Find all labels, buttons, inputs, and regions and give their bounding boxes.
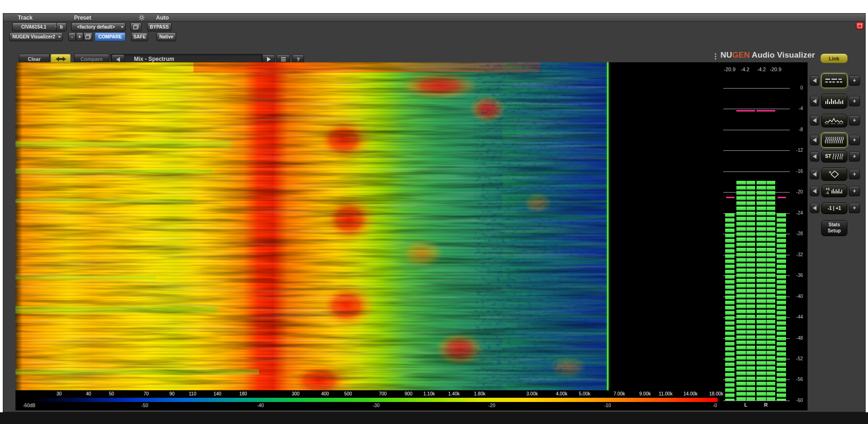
meter-readout: -4.2 — [741, 67, 749, 72]
freq-tick: 70 — [143, 391, 148, 396]
view-button-correlation-history[interactable]: +1-1 — [821, 185, 847, 197]
view-button-spectrogram[interactable] — [821, 133, 847, 148]
peak-hold-L-main — [736, 110, 755, 112]
safe-label: SAFE — [134, 34, 146, 39]
meter-scale-line — [723, 130, 790, 130]
collapse-button[interactable] — [810, 135, 819, 145]
minus-label: - — [71, 34, 73, 39]
freq-tick: 700 — [379, 391, 387, 396]
left-triangle-icon — [813, 78, 816, 83]
freq-tick: 1.10k — [423, 391, 435, 396]
view-button-spectrum-peaks[interactable] — [821, 114, 847, 127]
freq-tick: 11.00k — [659, 391, 672, 396]
peaks-waveform-icon — [824, 117, 845, 125]
freq-tick: 900 — [405, 391, 413, 396]
meter-scale-label: -36 — [784, 273, 803, 278]
meter-scale-line — [723, 401, 790, 401]
preset-plus-button[interactable]: + — [76, 32, 83, 41]
left-triangle-icon — [813, 206, 816, 210]
meter-bar-R-main — [757, 181, 775, 401]
meter-bar-R-outer — [777, 213, 786, 401]
meter-scale-label: -40 — [784, 294, 803, 299]
stats-label-line1: Stats — [822, 222, 847, 228]
track-name: CIVA6154.1 — [21, 24, 46, 30]
clear-label: Clear — [28, 56, 41, 62]
left-triangle-icon — [813, 118, 816, 123]
freq-tick: 30 — [56, 391, 61, 396]
preset-gear-icon[interactable] — [139, 15, 145, 21]
view-button-spectrum-bars[interactable] — [821, 94, 847, 109]
db-tick: -40 — [257, 403, 264, 408]
left-triangle-icon — [813, 189, 816, 193]
view-button-spectrum-lines[interactable] — [821, 73, 847, 88]
track-selector[interactable]: CIVA6154.1 — [12, 22, 60, 31]
collapse-button[interactable] — [810, 151, 819, 162]
level-meter-panel: -20.9 -4.2 -4.2 -20.9 L R 0-4-8-12-16-20… — [721, 65, 808, 410]
expand-button[interactable]: + — [849, 151, 860, 162]
db-gradient-bar — [35, 398, 718, 402]
safe-button[interactable]: SAFE — [131, 32, 148, 41]
meter-scale-label: -8 — [784, 127, 803, 132]
collapse-button[interactable] — [810, 115, 819, 126]
freq-tick: 180 — [239, 391, 247, 396]
play-icon — [267, 57, 271, 62]
freq-tick: 300 — [292, 391, 300, 396]
plugin-name: NUGEN Visualizer2 — [13, 34, 55, 39]
insert-slot-button[interactable]: b — [56, 22, 67, 31]
preset-selector[interactable]: <factory default> — [71, 22, 126, 31]
copy-settings-icon[interactable] — [83, 32, 93, 41]
channel-label-right: R — [757, 402, 775, 408]
expand-button[interactable]: + — [849, 169, 860, 179]
freq-tick: 40 — [86, 391, 91, 396]
link-button[interactable]: Link — [820, 53, 848, 63]
left-triangle-icon — [813, 172, 816, 177]
native-button[interactable]: Native — [156, 32, 176, 41]
freq-tick: 5.00k — [579, 391, 590, 396]
collapse-button[interactable] — [810, 186, 819, 196]
view-button-vectorscope[interactable] — [821, 167, 847, 181]
view-button-stereo-spectrogram[interactable]: ST — [821, 150, 847, 163]
channel-label-left: L — [736, 402, 755, 408]
collapse-button[interactable] — [810, 169, 819, 179]
logo-rest: Audio Visualizer — [752, 51, 815, 60]
collapse-button[interactable] — [810, 203, 819, 213]
preset-folder-icon[interactable] — [130, 22, 141, 31]
preset-name: <factory default> — [77, 24, 115, 30]
meter-scale-label: -44 — [784, 314, 803, 320]
target-button[interactable] — [856, 22, 864, 30]
freq-tick: 4.00k — [556, 391, 567, 396]
expand-button[interactable]: + — [849, 96, 860, 106]
compare-button[interactable]: COMPARE — [95, 32, 126, 41]
expand-button[interactable]: + — [849, 75, 860, 86]
expand-button[interactable]: + — [849, 186, 860, 196]
meter-scale-label: -20 — [784, 189, 803, 194]
meter-scale-line — [723, 88, 790, 89]
preset-minus-button[interactable]: - — [68, 32, 76, 41]
target-icon — [858, 24, 862, 28]
expand-button[interactable]: + — [849, 203, 860, 213]
meter-scale-line — [723, 109, 790, 109]
db-tick: -10 — [604, 403, 611, 408]
track-label: Track — [18, 15, 32, 21]
stats-setup-button[interactable]: Stats Setup — [821, 220, 847, 236]
meter-scale-label: -16 — [784, 169, 803, 174]
freq-tick: 9.00k — [639, 391, 651, 396]
collapse-button[interactable] — [810, 96, 819, 106]
bypass-button[interactable]: BYPASS — [147, 22, 171, 31]
window-bottom-strip — [0, 412, 868, 424]
left-triangle-icon — [116, 57, 120, 62]
freq-tick: 3.00k — [527, 391, 538, 396]
plugin-selector[interactable]: NUGEN Visualizer2 — [9, 32, 63, 41]
collapse-button[interactable] — [810, 75, 819, 86]
expand-button[interactable]: + — [849, 115, 860, 126]
meter-scale-label: -60 — [784, 398, 803, 403]
freq-tick: 7.00k — [614, 391, 625, 396]
compare-label: COMPARE — [98, 34, 122, 39]
bypass-label: BYPASS — [150, 24, 169, 30]
stereo-spectrogram-icon — [832, 153, 843, 160]
correlation-meter-label: -1 | +1 — [828, 206, 841, 211]
expand-button[interactable]: + — [849, 135, 860, 145]
app-logo: NUGEN Audio Visualizer — [720, 51, 815, 60]
logo-dots-icon — [715, 53, 716, 60]
view-button-correlation-meter[interactable]: -1 | +1 — [821, 202, 847, 214]
